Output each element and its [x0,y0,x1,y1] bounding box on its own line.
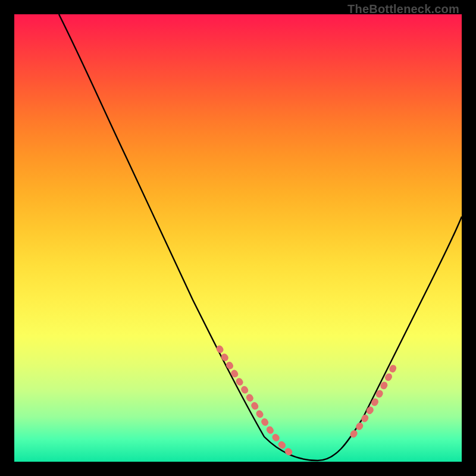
watermark-text: TheBottleneck.com [347,2,459,16]
bottleneck-chart [14,14,462,462]
chart-frame [14,14,462,462]
highlight-dots-left [220,349,289,452]
bottleneck-curve-line [59,14,462,461]
highlight-dots-right [353,364,395,434]
